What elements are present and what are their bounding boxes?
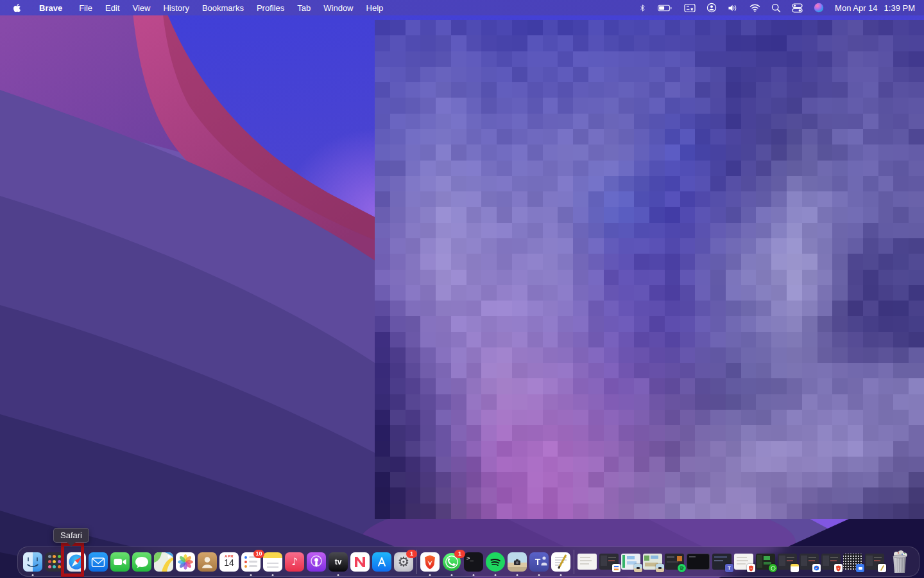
dock-item-terminal[interactable]: >_ <box>464 552 483 572</box>
blur-pixel <box>817 114 833 129</box>
minimized-window-keyboard-viewer-window[interactable] <box>843 554 862 570</box>
user-account-icon[interactable] <box>706 3 717 13</box>
spotlight-search-icon[interactable] <box>771 3 781 13</box>
blur-pixel <box>573 363 588 378</box>
apple-menu[interactable] <box>13 3 21 13</box>
minimized-window-whatsapp-window[interactable] <box>756 554 775 570</box>
blur-pixel <box>512 285 527 301</box>
dock-item-appstore[interactable] <box>372 552 391 572</box>
blur-pixel <box>802 20 817 35</box>
wifi-icon[interactable] <box>749 3 760 12</box>
battery-icon[interactable] <box>657 3 673 13</box>
menu-window[interactable]: Window <box>317 3 359 13</box>
dock-item-calendar[interactable]: APR14 <box>219 552 239 572</box>
minimized-window-notes-window[interactable] <box>778 554 797 570</box>
blur-pixel <box>680 425 696 441</box>
blur-pixel <box>512 504 527 519</box>
minimized-window-teams-window[interactable]: T <box>712 554 732 570</box>
menu-help[interactable]: Help <box>360 3 390 13</box>
trash-icon[interactable] <box>889 550 910 574</box>
minimized-window-screenshot-window[interactable] <box>643 554 662 570</box>
blur-pixel <box>726 207 741 222</box>
blur-pixel <box>527 114 543 129</box>
blur-pixel <box>543 425 558 441</box>
blur-pixel <box>817 504 833 519</box>
blur-pixel <box>893 114 909 129</box>
active-app-name[interactable]: Brave <box>33 3 69 13</box>
menu-bookmarks[interactable]: Bookmarks <box>196 3 250 13</box>
blur-pixel <box>680 254 696 269</box>
blur-pixel <box>420 441 436 457</box>
dock-item-music[interactable]: ♪ <box>285 552 304 572</box>
menu-tab[interactable]: Tab <box>291 3 317 13</box>
dock-item-teams[interactable]: T <box>529 552 549 572</box>
blur-pixel <box>466 457 482 472</box>
dock-item-facetime[interactable] <box>110 552 130 572</box>
dock-item-tv[interactable]: tv <box>329 552 348 572</box>
blur-pixel <box>893 316 909 331</box>
blur-pixel <box>726 347 741 363</box>
bluetooth-icon[interactable] <box>639 3 646 13</box>
volume-icon[interactable] <box>728 3 739 13</box>
blur-pixel <box>771 347 787 363</box>
blur-pixel <box>420 347 436 363</box>
blur-pixel <box>878 425 894 441</box>
menu-edit[interactable]: Edit <box>99 3 126 13</box>
window-manager-icon[interactable] <box>684 3 696 13</box>
blur-pixel <box>375 394 390 410</box>
dock-item-textedit[interactable] <box>551 552 570 572</box>
dock-item-maps[interactable] <box>154 552 173 572</box>
dock-item-settings[interactable]: ⚙1 <box>394 552 413 572</box>
blur-pixel <box>466 270 482 285</box>
menu-profiles[interactable]: Profiles <box>250 3 291 13</box>
blur-pixel <box>451 35 466 51</box>
minimized-window-screenshot-window[interactable] <box>621 554 640 570</box>
menu-bar-clock[interactable]: Mon Apr 14 1:39 PM <box>835 3 915 13</box>
dock-item-notes[interactable] <box>263 552 282 572</box>
menu-file[interactable]: File <box>73 3 99 13</box>
blur-pixel <box>634 176 649 191</box>
blur-pixel <box>543 285 558 301</box>
dock-item-finder[interactable] <box>23 552 42 572</box>
blur-pixel <box>390 504 406 519</box>
minimized-window-safari-window[interactable] <box>800 554 819 570</box>
dock-item-contacts[interactable] <box>198 552 217 572</box>
siri-icon[interactable] <box>814 3 824 13</box>
blur-pixel <box>665 316 680 331</box>
dock-item-news[interactable] <box>350 552 370 572</box>
blur-pixel <box>878 35 894 51</box>
blur-pixel <box>832 347 848 363</box>
dock-item-screenshot[interactable] <box>508 552 527 572</box>
control-center-icon[interactable] <box>792 3 803 13</box>
menu-view[interactable]: View <box>126 3 157 13</box>
menu-history[interactable]: History <box>157 3 195 13</box>
blurred-window-region[interactable] <box>375 20 924 519</box>
dock-item-reminders[interactable]: 10 <box>241 552 261 572</box>
blur-pixel <box>512 394 527 410</box>
blur-pixel <box>543 270 558 285</box>
minimized-window-terminal-window[interactable] <box>687 554 710 570</box>
dock-item-mail[interactable] <box>89 552 108 572</box>
blur-pixel <box>604 176 619 191</box>
dock-item-photos[interactable] <box>176 552 195 572</box>
dock-item-podcasts[interactable] <box>307 552 326 572</box>
blur-pixel <box>451 207 466 222</box>
minimized-window-spotify-window[interactable] <box>665 554 684 570</box>
dock-item-messages[interactable] <box>132 552 151 572</box>
minimized-window-brave-document[interactable] <box>734 554 753 570</box>
blur-pixel <box>863 487 878 503</box>
dock-item-whatsapp[interactable]: 1 <box>442 552 461 572</box>
blur-pixel <box>710 487 726 503</box>
minimized-window-brave-window[interactable] <box>821 554 841 570</box>
minimized-window-reminders-window[interactable] <box>599 554 619 570</box>
blur-pixel <box>527 254 543 269</box>
dock-item-spotify[interactable] <box>486 552 505 572</box>
minimized-window-textedit-window[interactable] <box>865 554 884 570</box>
blur-pixel <box>787 425 802 441</box>
blur-pixel <box>497 316 512 331</box>
running-indicator <box>338 574 339 576</box>
blur-pixel <box>588 223 604 238</box>
blur-pixel <box>481 363 497 378</box>
dock-item-brave[interactable] <box>420 552 440 572</box>
minimized-window-textedit-document[interactable] <box>578 554 597 570</box>
